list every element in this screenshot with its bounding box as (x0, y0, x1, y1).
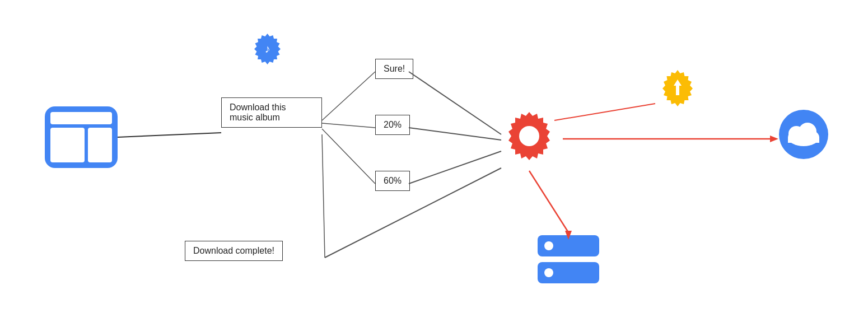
svg-point-1 (519, 126, 539, 146)
svg-line-8 (118, 133, 221, 137)
sure-text-box: Sure! (375, 59, 413, 79)
browser-left-panel (50, 128, 85, 162)
svg-line-16 (322, 134, 325, 258)
svg-line-13 (322, 72, 375, 120)
download-badge-icon (655, 67, 700, 112)
storage-dot-2 (544, 268, 553, 277)
browser-app-icon (45, 106, 118, 168)
twenty-percent-label: 20% (384, 120, 402, 129)
download-album-label: Download thismusic album (230, 102, 286, 122)
music-badge-icon: ♪ (246, 31, 288, 73)
svg-line-9 (409, 72, 501, 134)
sixty-percent-label: 60% (384, 176, 402, 185)
storage-row-1 (538, 235, 599, 256)
sure-label: Sure! (384, 64, 405, 73)
svg-line-11 (409, 151, 501, 184)
svg-line-21 (554, 104, 655, 120)
storage-dot-1 (544, 241, 553, 250)
twenty-percent-text-box: 20% (375, 115, 410, 135)
sixty-percent-text-box: 60% (375, 171, 410, 191)
svg-line-12 (325, 168, 501, 258)
processing-gear-icon (496, 104, 563, 171)
storage-row-2 (538, 262, 599, 283)
svg-line-14 (322, 123, 375, 128)
svg-text:♪: ♪ (265, 43, 270, 55)
svg-line-19 (529, 171, 568, 232)
browser-bottom-row (50, 128, 112, 162)
diagram-container: ♪ Download thismusic album Sure! 20% 60%… (0, 0, 868, 336)
download-album-text-box: Download thismusic album (221, 97, 322, 128)
cloud-storage-icon (773, 109, 834, 157)
svg-rect-7 (788, 137, 819, 143)
download-complete-label: Download complete! (193, 246, 274, 255)
arrows-overlay (0, 0, 868, 336)
svg-line-15 (322, 129, 375, 184)
browser-top-bar (50, 112, 112, 124)
download-complete-text-box: Download complete! (185, 241, 283, 261)
browser-right-panel (88, 128, 113, 162)
svg-line-10 (409, 128, 501, 140)
